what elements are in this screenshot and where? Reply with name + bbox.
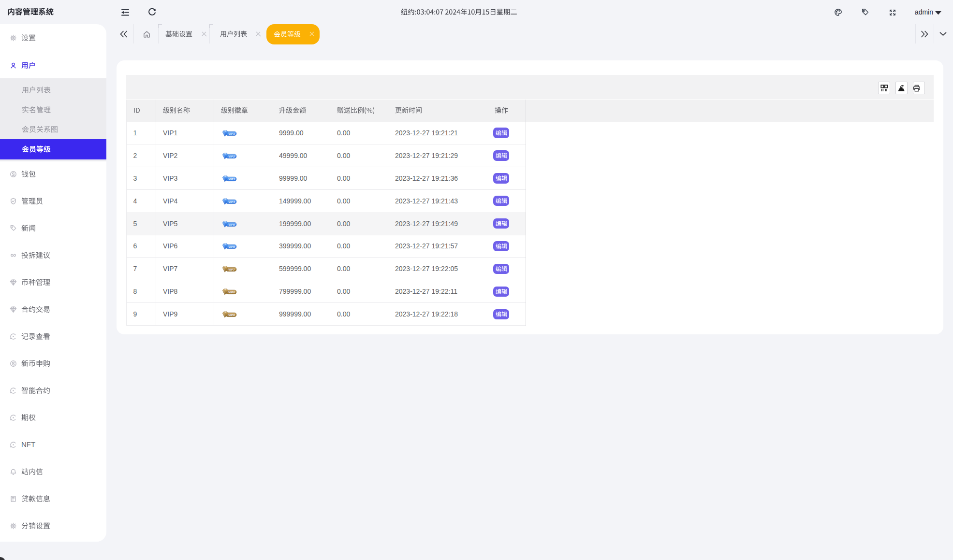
svg-text:VIP9: VIP9: [228, 314, 235, 316]
svg-text:VIP2: VIP2: [228, 155, 235, 158]
svg-text:VIP1: VIP1: [228, 132, 235, 135]
svg-text:VIP7: VIP7: [228, 268, 235, 271]
svg-text:VIP6: VIP6: [228, 245, 235, 248]
svg-text:VIP5: VIP5: [228, 223, 235, 226]
svg-text:VIP8: VIP8: [228, 291, 235, 294]
svg-text:VIP4: VIP4: [228, 200, 235, 203]
svg-text:VIP3: VIP3: [228, 177, 235, 180]
